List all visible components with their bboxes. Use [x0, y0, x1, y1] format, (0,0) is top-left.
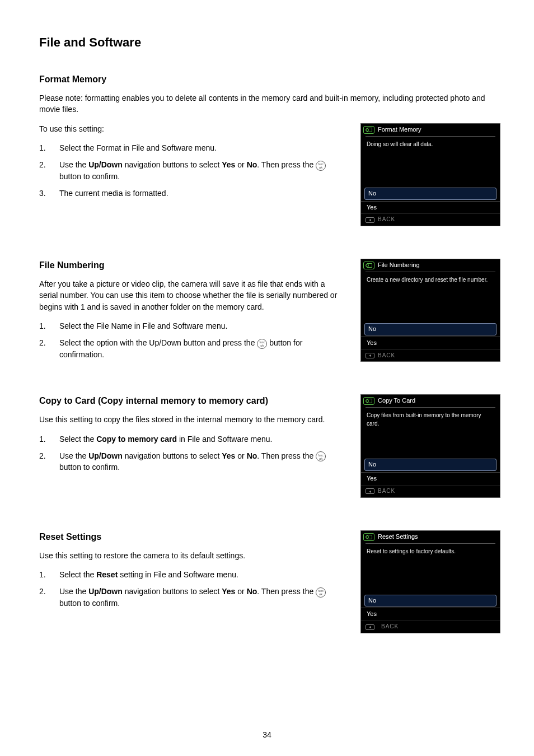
func-ok-icon: funcok	[316, 587, 326, 598]
option-yes: Yes	[361, 472, 500, 486]
back-icon: ◂	[366, 488, 374, 494]
list-item: Select the Copy to memory card in File a…	[39, 433, 344, 445]
setup-icon	[363, 262, 374, 269]
panel-title: Format Memory	[378, 125, 421, 134]
list-format-steps: Select the Format in File and Software m…	[39, 142, 344, 199]
section-reset-settings: Reset Settings Use this setting to resto…	[39, 530, 500, 650]
setup-icon	[363, 397, 374, 405]
panel-description: Copy files from built-in memory to the m…	[361, 407, 500, 458]
text-copy-intro: Use this setting to copy the files store…	[39, 414, 344, 425]
list-filenum-steps: Select the File Name in File and Softwar…	[39, 320, 344, 360]
option-yes: Yes	[361, 201, 500, 214]
back-icon: ◂	[366, 353, 374, 358]
heading-copy-to-card: Copy to Card (Copy internal memory to me…	[39, 394, 344, 407]
back-label: BACK	[378, 487, 395, 496]
option-yes: Yes	[361, 337, 500, 350]
text-format-intro: Please note: formatting enables you to d…	[39, 92, 500, 115]
list-item: Select the File Name in File and Softwar…	[39, 320, 344, 332]
section-file-numbering: File Numbering After you take a picture …	[39, 259, 500, 379]
list-item: Select the Format in File and Software m…	[39, 142, 344, 153]
setup-icon	[363, 126, 374, 134]
panel-title: File Numbering	[378, 261, 420, 270]
screenshot-format-memory: Format Memory Doing so will clear all da…	[360, 123, 500, 226]
back-label: BACK	[381, 623, 399, 631]
setup-icon	[363, 533, 374, 541]
section-format-memory: Format Memory Please note: formatting en…	[39, 73, 500, 243]
func-ok-icon: funcok	[316, 161, 326, 171]
text-filenum-intro: After you take a picture or video clip, …	[39, 278, 344, 312]
panel-description: Reset to settings to factory defaults.	[361, 543, 500, 594]
panel-title: Reset Settings	[378, 533, 418, 542]
list-item: The current media is formatted.	[39, 188, 344, 199]
screenshot-copy-to-card: Copy To Card Copy files from built-in me…	[360, 394, 500, 497]
heading-format-memory: Format Memory	[39, 73, 500, 86]
option-no: No	[364, 188, 496, 200]
back-label: BACK	[378, 352, 395, 360]
list-item: Select the Reset setting in File and Sof…	[39, 569, 344, 580]
list-item: Use the Up/Down navigation buttons to se…	[39, 450, 344, 473]
list-item: Use the Up/Down navigation buttons to se…	[39, 586, 344, 609]
option-no: No	[364, 459, 496, 471]
screenshot-reset-settings: Reset Settings Reset to settings to fact…	[360, 530, 500, 633]
func-ok-icon: funcok	[257, 339, 267, 349]
back-icon: ◂	[366, 217, 374, 223]
panel-title: Copy To Card	[378, 396, 415, 405]
list-item: Use the Up/Down navigation buttons to se…	[39, 159, 344, 182]
heading-reset-settings: Reset Settings	[39, 530, 344, 543]
option-no: No	[364, 595, 496, 607]
panel-description: Create a new directory and reset the fil…	[361, 272, 500, 322]
func-ok-icon: funcok	[316, 451, 326, 461]
section-copy-to-card: Copy to Card (Copy internal memory to me…	[39, 394, 500, 514]
page-title: File and Software	[39, 34, 500, 52]
page-number: 34	[263, 729, 271, 740]
list-item: Select the option with the Up/Down butto…	[39, 337, 344, 360]
back-label: BACK	[378, 216, 395, 224]
heading-file-numbering: File Numbering	[39, 259, 344, 272]
back-icon: ◂	[366, 624, 374, 630]
text-reset-intro: Use this setting to restore the camera t…	[39, 550, 344, 561]
list-copy-steps: Select the Copy to memory card in File a…	[39, 433, 344, 473]
text-format-lead: To use this setting:	[39, 123, 344, 134]
list-reset-steps: Select the Reset setting in File and Sof…	[39, 569, 344, 609]
option-no: No	[364, 323, 496, 335]
screenshot-file-numbering: File Numbering Create a new directory an…	[360, 259, 500, 362]
panel-description: Doing so will clear all data.	[361, 136, 500, 186]
option-yes: Yes	[361, 608, 500, 621]
